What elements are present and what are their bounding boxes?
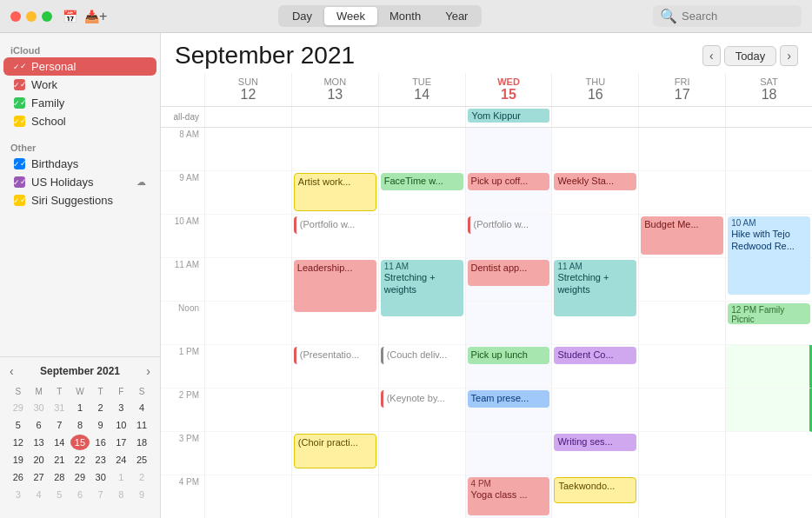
mini-cal-today[interactable]: 15: [70, 435, 90, 450]
mini-cal-cell[interactable]: 8: [70, 417, 90, 433]
event-taekwondo[interactable]: Taekwondo...: [554, 477, 636, 503]
day-header-sun[interactable]: SUN 12: [204, 73, 291, 106]
mini-cal-cell[interactable]: 29: [70, 469, 90, 485]
time-cell-tue-4[interactable]: [378, 475, 465, 518]
mini-cal-cell[interactable]: 5: [9, 417, 28, 433]
time-cell-thu-11[interactable]: 11 AM Stretching + weights: [551, 258, 638, 302]
day-header-thu[interactable]: THU 16: [551, 73, 638, 106]
time-cell-sun-noon[interactable]: [204, 302, 291, 345]
work-checkbox[interactable]: ✓: [14, 79, 25, 90]
time-cell-fri-noon[interactable]: [638, 302, 725, 345]
prev-week-button[interactable]: ‹: [702, 45, 721, 66]
time-cell-thu-2[interactable]: [551, 388, 638, 432]
mini-cal-cell[interactable]: 25: [132, 452, 151, 468]
time-cell-tue-11[interactable]: 11 AM Stretching + weights: [378, 258, 465, 302]
time-cell-tue-8[interactable]: [378, 128, 465, 171]
event-writing-session[interactable]: Writing ses...: [554, 434, 636, 451]
mini-cal-cell[interactable]: 30: [30, 400, 49, 415]
mini-cal-cell[interactable]: 18: [132, 435, 151, 450]
time-cell-mon-9[interactable]: Artist work...: [291, 171, 378, 215]
time-cell-sun-10[interactable]: [204, 215, 291, 258]
mini-cal-cell[interactable]: 21: [50, 452, 69, 468]
fullscreen-button[interactable]: [42, 11, 52, 22]
sidebar-item-work[interactable]: ✓ Work: [3, 76, 156, 94]
today-button[interactable]: Today: [724, 46, 777, 66]
mini-cal-cell[interactable]: 16: [91, 435, 110, 450]
allday-event-yom-kippur[interactable]: Yom Kippur: [468, 109, 550, 123]
event-facetime[interactable]: FaceTime w...: [381, 173, 463, 190]
mini-cal-cell[interactable]: 26: [9, 469, 28, 485]
mini-cal-cell[interactable]: 22: [70, 452, 90, 468]
time-cell-fri-3[interactable]: [638, 432, 725, 475]
allday-cell-sat[interactable]: [725, 107, 812, 127]
tab-day[interactable]: Day: [280, 7, 324, 25]
mini-cal-cell[interactable]: 31: [50, 400, 69, 415]
time-cell-mon-11[interactable]: Leadership...: [291, 258, 378, 302]
sidebar-item-personal[interactable]: ✓ Personal: [3, 57, 156, 76]
time-cell-sat-3[interactable]: [725, 432, 812, 475]
allday-cell-tue[interactable]: [378, 107, 465, 127]
time-cell-tue-9[interactable]: FaceTime w...: [378, 171, 465, 215]
mini-cal-cell[interactable]: 4: [132, 400, 151, 415]
time-cell-tue-2[interactable]: (Keynote by...: [378, 388, 465, 432]
time-cell-thu-1[interactable]: Student Co...: [551, 345, 638, 388]
event-team-presentation[interactable]: Team prese...: [468, 390, 550, 408]
mini-cal-cell[interactable]: 6: [30, 417, 49, 433]
time-cell-sun-1[interactable]: [204, 345, 291, 388]
event-pick-up-coffee[interactable]: Pick up coff...: [468, 173, 550, 190]
close-button[interactable]: [10, 11, 21, 22]
allday-cell-thu[interactable]: [551, 107, 638, 127]
mini-cal-cell[interactable]: 27: [30, 469, 49, 485]
time-cell-mon-2[interactable]: [291, 388, 378, 432]
time-cell-fri-11[interactable]: [638, 258, 725, 302]
time-cell-thu-3[interactable]: Writing ses...: [551, 432, 638, 475]
mini-cal-cell[interactable]: 10: [112, 417, 131, 433]
mini-cal-cell[interactable]: 30: [91, 469, 110, 485]
search-input[interactable]: [682, 10, 795, 23]
event-family-picnic[interactable]: 12 PM Family Picnic: [728, 303, 810, 324]
calendar-icon[interactable]: 📅: [63, 10, 77, 23]
time-cell-wed-3[interactable]: [465, 432, 552, 475]
search-area[interactable]: 🔍: [653, 5, 802, 27]
time-cell-fri-8[interactable]: [638, 128, 725, 171]
time-cell-sat-10[interactable]: 10 AM Hike with Tejo Redwood Re...: [725, 215, 812, 258]
event-couch-delivery[interactable]: (Couch deliv...: [381, 347, 463, 364]
mini-cal-cell[interactable]: 8: [112, 487, 131, 502]
time-cell-mon-8[interactable]: [291, 128, 378, 171]
sidebar-item-us-holidays[interactable]: ✓ US Holidays ☁: [3, 173, 156, 191]
event-dentist[interactable]: Dentist app...: [468, 260, 550, 286]
mini-cal-cell[interactable]: 20: [30, 452, 49, 468]
time-cell-fri-9[interactable]: [638, 171, 725, 215]
time-cell-wed-11[interactable]: Dentist app...: [465, 258, 552, 302]
mini-cal-cell[interactable]: 4: [30, 487, 49, 502]
time-cell-thu-10[interactable]: [551, 215, 638, 258]
time-cell-sat-1[interactable]: [725, 345, 812, 388]
mini-cal-cell[interactable]: 9: [91, 417, 110, 433]
day-header-tue[interactable]: TUE 14: [378, 73, 465, 106]
time-cell-sat-4[interactable]: [725, 475, 812, 518]
allday-cell-sun[interactable]: [204, 107, 291, 127]
sidebar-item-siri[interactable]: ✓ Siri Suggestions: [3, 191, 156, 209]
mini-cal-cell[interactable]: 5: [50, 487, 69, 502]
event-stretching-weights-tue[interactable]: 11 AM Stretching + weights: [381, 260, 463, 316]
event-leadership[interactable]: Leadership...: [294, 260, 376, 312]
day-header-fri[interactable]: FRI 17: [638, 73, 725, 106]
mini-cal-cell[interactable]: 24: [112, 452, 131, 468]
mini-cal-cell[interactable]: 6: [70, 487, 90, 502]
tab-month[interactable]: Month: [377, 7, 433, 25]
us-holidays-checkbox[interactable]: ✓: [14, 176, 25, 188]
event-portfolio-wed[interactable]: (Portfolio w...: [468, 216, 550, 234]
mini-cal-cell[interactable]: 17: [112, 435, 131, 450]
mini-cal-cell[interactable]: 2: [132, 469, 151, 485]
time-cell-wed-9[interactable]: Pick up coff...: [465, 171, 552, 215]
time-cell-sat-noon[interactable]: 12 PM Family Picnic: [725, 302, 812, 345]
siri-checkbox[interactable]: ✓: [14, 195, 25, 206]
event-yoga[interactable]: 4 PM Yoga class ...: [468, 477, 550, 515]
event-pick-up-lunch[interactable]: Pick up lunch: [468, 347, 550, 364]
time-cell-fri-2[interactable]: [638, 388, 725, 432]
time-cell-tue-3[interactable]: [378, 432, 465, 475]
time-cell-sat-2[interactable]: [725, 388, 812, 432]
time-cell-mon-1[interactable]: (Presentatio...: [291, 345, 378, 388]
mini-cal-cell[interactable]: 7: [50, 417, 69, 433]
time-cell-sun-3[interactable]: [204, 432, 291, 475]
